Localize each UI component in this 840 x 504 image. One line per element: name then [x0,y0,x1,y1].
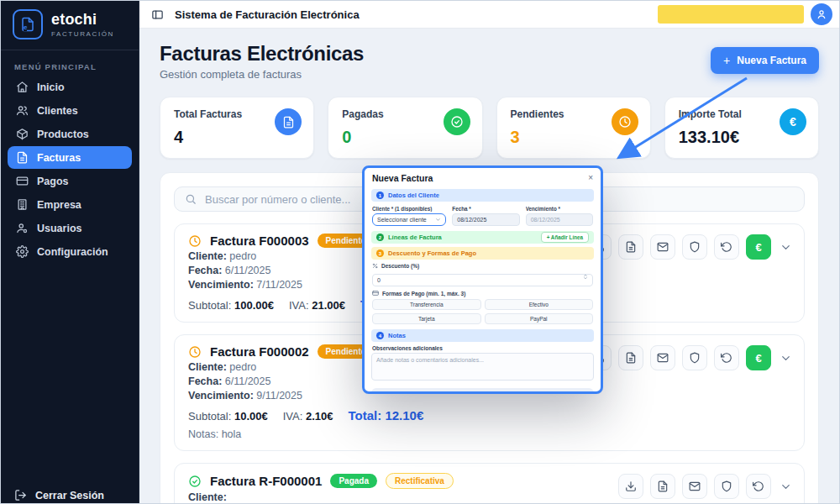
download-button[interactable] [618,474,643,499]
section-title: Notas [388,332,406,339]
shield-button[interactable] [682,234,707,260]
create-invoice-button[interactable]: Crear Factura [485,393,539,394]
shield-button[interactable] [682,345,707,370]
sidebar-toggle-icon[interactable] [151,8,164,21]
logout-icon [14,489,27,501]
mark-paid-button[interactable]: € [746,345,771,370]
stat-pagadas: Pagadas 0 [328,97,482,159]
due-date-input[interactable]: 08/12/2025 [526,213,593,226]
section-notas: 4 Notas [371,329,594,342]
rectify-button[interactable] [746,474,771,499]
user-avatar[interactable] [811,3,832,25]
payment-tarjeta-button[interactable]: Tarjeta [372,313,481,324]
highlighted-blank-bar [658,5,804,24]
clock-icon [188,345,202,359]
credit-card-icon [372,290,379,297]
rectify-button[interactable] [714,234,739,260]
stat-total-facturas: Total Facturas 4 [160,97,314,159]
notes-textarea[interactable] [371,353,594,381]
mark-paid-button[interactable]: € [746,234,771,260]
section-title: Descuento y Formas de Pago [388,249,476,257]
sidebar: e etochi FACTURACIÓN MENÚ PRINCIPAL Inic… [1,1,139,504]
stats-row: Total Facturas 4 Pagadas 0 Pendientes 3 … [160,97,819,159]
invoice-card-r-f000001: Factura R-F000001 Pagada Rectificativa C… [174,463,805,504]
building-icon [16,198,29,211]
modal-footer: Total: 0.00€ Crear Factura Cancelar [371,388,594,394]
search-icon [185,193,197,205]
close-icon[interactable]: × [588,174,593,182]
email-button[interactable] [650,345,675,370]
home-icon [16,81,29,93]
payment-transferencia-button[interactable]: Transferencia [372,299,481,310]
check-circle-icon [444,108,470,135]
document-button[interactable] [650,474,675,499]
sidebar-item-label: Inicio [37,81,65,93]
shield-icon [721,480,732,492]
notes-label: Observaciones adicionales [372,345,593,351]
payment-paypal-button[interactable]: PayPal [485,313,594,324]
document-icon [625,241,637,253]
sidebar-item-configuracion[interactable]: Configuración [8,240,132,263]
sidebar-item-label: Pagos [37,176,69,187]
euro-icon: € [755,241,761,254]
client-field-label: Cliente * (1 disponibles) [372,206,446,212]
chevron-down-icon [780,480,792,493]
shield-button[interactable] [714,474,739,499]
invoice-notes: Notas: hola [188,428,790,440]
brand-logo-icon: e [13,9,43,39]
stepper-icon[interactable] [582,273,589,281]
payment-methods: Transferencia Efectivo Tarjeta PayPal [371,298,594,326]
logout-button[interactable]: Cerrar Sesión [1,480,139,504]
document-button[interactable] [618,234,643,260]
mail-icon [657,352,669,364]
download-icon [625,480,637,492]
email-button[interactable] [650,234,675,260]
brand-subtitle: FACTURACIÓN [51,30,114,38]
email-button[interactable] [682,474,707,499]
add-line-button[interactable]: + Añadir Línea [541,232,589,243]
expand-button[interactable] [780,480,792,493]
section-number: 4 [376,332,384,339]
users-icon [16,104,29,117]
invoice-actions: € [586,234,792,260]
rotate-ccw-icon [753,480,764,492]
sidebar-item-pagos[interactable]: Pagos [8,170,132,192]
rectify-button[interactable] [714,345,739,370]
sidebar-item-empresa[interactable]: Empresa [8,193,132,216]
invoice-actions [618,474,792,499]
gear-icon [16,245,29,258]
cancel-button[interactable]: Cancelar [544,392,587,394]
stat-pendientes: Pendientes 3 [496,97,651,159]
package-icon [16,128,29,140]
date-field-label: Fecha * [452,206,519,212]
credit-card-icon [16,175,29,187]
section-title: Datos del Cliente [388,192,439,199]
chevron-down-icon [435,217,441,223]
document-button[interactable] [618,345,643,370]
expand-button[interactable] [780,241,792,254]
sidebar-item-inicio[interactable]: Inicio [8,76,132,98]
new-invoice-button[interactable]: + Nueva Factura [711,47,819,74]
plus-icon: + [723,56,730,65]
brand: e etochi FACTURACIÓN [1,1,139,50]
date-input[interactable]: 08/12/2025 [452,213,519,226]
rotate-ccw-icon [721,241,732,253]
shield-icon [689,241,701,253]
invoice-icon [16,151,29,164]
brand-name: etochi [51,11,114,29]
sidebar-item-label: Productos [37,129,89,140]
sidebar-item-productos[interactable]: Productos [8,123,132,145]
payment-efectivo-button[interactable]: Efectivo [485,299,594,310]
sidebar-item-label: Configuración [37,246,108,258]
sidebar-item-clientes[interactable]: Clientes [8,99,132,122]
section-datos-cliente: 1 Datos del Cliente [371,189,594,202]
invoice-totals: Subtotal: 10.00€ IVA: 2.10€ Total: 12.10… [188,408,790,423]
rotate-ccw-icon [721,352,732,364]
sidebar-item-usuarios[interactable]: Usuarios [8,217,132,239]
expand-button[interactable] [780,352,792,365]
sidebar-item-facturas[interactable]: Facturas [8,146,132,169]
client-select[interactable]: Seleccionar cliente [372,213,446,226]
discount-input[interactable] [372,274,593,286]
shield-icon [689,352,701,364]
invoice-number: Factura R-F000001 [210,474,322,488]
